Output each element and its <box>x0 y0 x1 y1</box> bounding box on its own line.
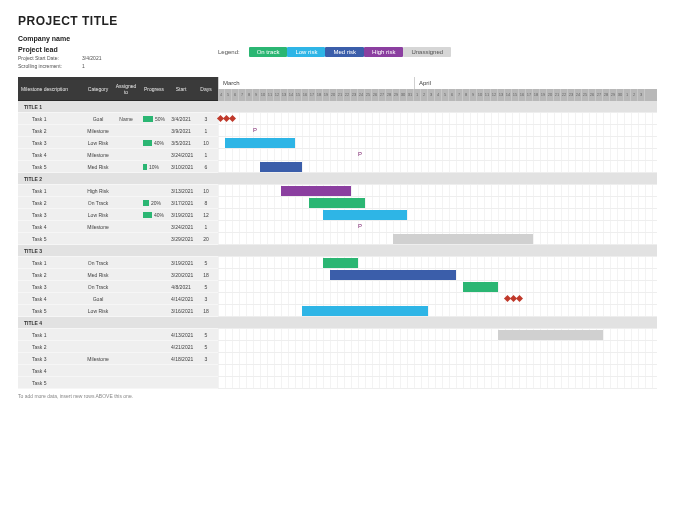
cell-progress[interactable]: 20% <box>140 200 168 206</box>
cell-days[interactable]: 10 <box>194 140 218 146</box>
cell-start[interactable]: 4/13/2021 <box>168 332 194 338</box>
cell-desc[interactable]: TITLE 3 <box>18 248 84 254</box>
cell-category[interactable]: Goal <box>84 116 112 122</box>
cell-start[interactable]: 3/20/2021 <box>168 272 194 278</box>
cell-start[interactable]: 3/19/2021 <box>168 260 194 266</box>
cell-category[interactable]: Med Risk <box>84 272 112 278</box>
cell-start[interactable]: 3/24/2021 <box>168 224 194 230</box>
cell-desc[interactable]: Task 4 <box>18 296 84 302</box>
cell-category[interactable]: Milestone <box>84 356 112 362</box>
cell-desc[interactable]: Task 5 <box>18 164 84 170</box>
cell-desc[interactable]: Task 3 <box>18 212 84 218</box>
cell-category[interactable]: Low Risk <box>84 308 112 314</box>
task-row[interactable]: Task 53/29/202120 <box>18 233 657 245</box>
gantt-bar[interactable] <box>393 234 533 244</box>
task-row[interactable]: Task 1High Risk3/13/202110 <box>18 185 657 197</box>
scroll-value[interactable]: 1 <box>82 63 85 69</box>
section-row[interactable]: TITLE 2 <box>18 173 657 185</box>
cell-desc[interactable]: Task 3 <box>18 140 84 146</box>
cell-days[interactable]: 3 <box>194 356 218 362</box>
task-row[interactable]: Task 5 <box>18 377 657 389</box>
task-row[interactable]: Task 3Milestone4/18/20213 <box>18 353 657 365</box>
cell-days[interactable]: 12 <box>194 212 218 218</box>
gantt-bar[interactable] <box>260 162 302 172</box>
cell-desc[interactable]: Task 4 <box>18 152 84 158</box>
cell-desc[interactable]: Task 1 <box>18 332 84 338</box>
cell-category[interactable]: On Track <box>84 260 112 266</box>
cell-desc[interactable]: Task 5 <box>18 380 84 386</box>
cell-category[interactable]: Milestone <box>84 224 112 230</box>
gantt-bar[interactable] <box>463 282 498 292</box>
cell-progress[interactable]: 50% <box>140 116 168 122</box>
cell-desc[interactable]: Task 4 <box>18 368 84 374</box>
cell-progress[interactable]: 10% <box>140 164 168 170</box>
task-row[interactable]: Task 2On Track20%3/17/20218 <box>18 197 657 209</box>
cell-desc[interactable]: Task 5 <box>18 236 84 242</box>
task-row[interactable]: Task 4Milestone3/24/20211P <box>18 221 657 233</box>
cell-start[interactable]: 3/17/2021 <box>168 200 194 206</box>
task-row[interactable]: Task 2Milestone3/9/20211P <box>18 125 657 137</box>
gantt-bar[interactable] <box>302 306 428 316</box>
cell-days[interactable]: 1 <box>194 152 218 158</box>
cell-desc[interactable]: Task 3 <box>18 356 84 362</box>
cell-desc[interactable]: Task 1 <box>18 188 84 194</box>
cell-start[interactable]: 3/24/2021 <box>168 152 194 158</box>
task-row[interactable]: Task 1GoalName50%3/4/20213 <box>18 113 657 125</box>
cell-start[interactable]: 4/21/2021 <box>168 344 194 350</box>
section-row[interactable]: TITLE 4 <box>18 317 657 329</box>
gantt-bar[interactable] <box>309 198 365 208</box>
cell-category[interactable]: Milestone <box>84 128 112 134</box>
cell-desc[interactable]: TITLE 4 <box>18 320 84 326</box>
cell-start[interactable]: 3/4/2021 <box>168 116 194 122</box>
cell-desc[interactable]: TITLE 1 <box>18 104 84 110</box>
task-row[interactable]: Task 3Low Risk40%3/5/202110 <box>18 137 657 149</box>
cell-days[interactable]: 1 <box>194 224 218 230</box>
cell-desc[interactable]: Task 2 <box>18 200 84 206</box>
cell-days[interactable]: 8 <box>194 200 218 206</box>
task-row[interactable]: Task 14/13/20215 <box>18 329 657 341</box>
cell-start[interactable]: 3/10/2021 <box>168 164 194 170</box>
cell-days[interactable]: 5 <box>194 260 218 266</box>
cell-start[interactable]: 4/14/2021 <box>168 296 194 302</box>
cell-category[interactable]: Goal <box>84 296 112 302</box>
gantt-bar[interactable] <box>281 186 351 196</box>
cell-days[interactable]: 18 <box>194 308 218 314</box>
section-row[interactable]: TITLE 3 <box>18 245 657 257</box>
task-row[interactable]: Task 3On Track4/8/20215 <box>18 281 657 293</box>
cell-desc[interactable]: Task 1 <box>18 260 84 266</box>
cell-days[interactable]: 10 <box>194 188 218 194</box>
cell-days[interactable]: 3 <box>194 296 218 302</box>
task-row[interactable]: Task 4Milestone3/24/20211P <box>18 149 657 161</box>
gantt-bar[interactable] <box>330 270 456 280</box>
cell-start[interactable]: 3/16/2021 <box>168 308 194 314</box>
cell-category[interactable]: Milestone <box>84 152 112 158</box>
task-row[interactable]: Task 5Med Risk10%3/10/20216 <box>18 161 657 173</box>
cell-desc[interactable]: Task 2 <box>18 272 84 278</box>
cell-start[interactable]: 3/19/2021 <box>168 212 194 218</box>
cell-days[interactable]: 6 <box>194 164 218 170</box>
task-row[interactable]: Task 4 <box>18 365 657 377</box>
cell-desc[interactable]: Task 4 <box>18 224 84 230</box>
cell-days[interactable]: 5 <box>194 284 218 290</box>
cell-category[interactable]: On Track <box>84 284 112 290</box>
task-row[interactable]: Task 1On Track3/19/20215 <box>18 257 657 269</box>
cell-days[interactable]: 3 <box>194 116 218 122</box>
cell-progress[interactable]: 40% <box>140 140 168 146</box>
task-row[interactable]: Task 5Low Risk3/16/202118 <box>18 305 657 317</box>
cell-progress[interactable]: 40% <box>140 212 168 218</box>
cell-category[interactable]: Med Risk <box>84 164 112 170</box>
task-row[interactable]: Task 3Low Risk40%3/19/202112 <box>18 209 657 221</box>
cell-days[interactable]: 1 <box>194 128 218 134</box>
cell-desc[interactable]: Task 3 <box>18 284 84 290</box>
cell-category[interactable]: On Track <box>84 200 112 206</box>
task-row[interactable]: Task 2Med Risk3/20/202118 <box>18 269 657 281</box>
cell-desc[interactable]: Task 2 <box>18 128 84 134</box>
project-start-value[interactable]: 3/4/2021 <box>82 55 101 61</box>
cell-days[interactable]: 20 <box>194 236 218 242</box>
cell-days[interactable]: 5 <box>194 344 218 350</box>
cell-start[interactable]: 3/5/2021 <box>168 140 194 146</box>
cell-desc[interactable]: Task 1 <box>18 116 84 122</box>
gantt-bar[interactable] <box>498 330 603 340</box>
task-row[interactable]: Task 4Goal4/14/20213 <box>18 293 657 305</box>
cell-category[interactable]: Low Risk <box>84 212 112 218</box>
